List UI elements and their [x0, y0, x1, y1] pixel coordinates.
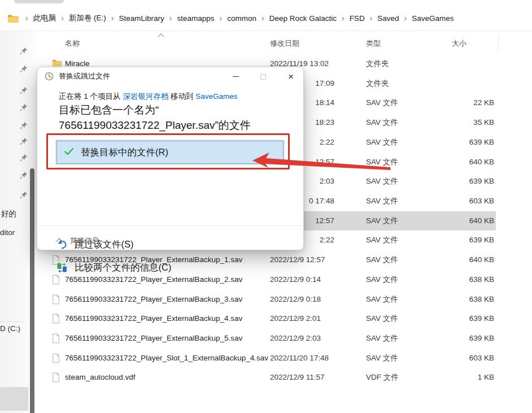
message-prefix: 正在将 1 个项目从	[59, 92, 121, 101]
dialog-titlebar: 替换或跳过文件 ×	[37, 67, 303, 85]
fewer-details-toggle[interactable]: 简略信息	[58, 236, 99, 246]
column-header-name[interactable]: 名称	[65, 38, 80, 49]
date-modified: 2022/12/9 2:01	[270, 309, 334, 329]
dialog-message: 正在将 1 个项目从 深岩银河存档 移动到 SaveGames	[59, 92, 238, 102]
file-name: 76561199033231722_Player_Slot_1_External…	[65, 349, 268, 368]
file-type: SAV 文件	[366, 231, 398, 250]
file-row[interactable]: 76561199033231722_Player_ExternalBackup_…	[50, 290, 496, 310]
breadcrumb-item[interactable]: SteamLibrary	[119, 14, 164, 23]
source-folder-link[interactable]: 深岩银河存档	[123, 92, 168, 101]
maximize-button[interactable]	[254, 70, 272, 83]
compare-files-option[interactable]: 比较两个文件的信息(C)	[56, 262, 171, 274]
column-header-size[interactable]: 大小	[452, 38, 466, 49]
pin-icon	[20, 47, 28, 55]
breadcrumb-separator-icon: ›	[261, 14, 264, 22]
destination-folder-link[interactable]: SaveGames	[195, 92, 237, 101]
breadcrumb-separator-icon: ›	[111, 14, 114, 22]
file-type: SAV 文件	[366, 211, 398, 231]
file-row[interactable]: 76561199033231722_Player_Slot_1_External…	[50, 349, 496, 368]
file-size: 603 KB	[432, 192, 494, 211]
conflict-text: 目标已包含一个名为“ 76561199033231722_Player.sav”…	[59, 102, 251, 133]
breadcrumb-item[interactable]: Saved	[377, 14, 399, 23]
file-size: 639 KB	[432, 231, 494, 250]
check-icon	[64, 147, 74, 158]
compare-files-icon	[56, 262, 68, 273]
sidebar-scrollbar[interactable]	[30, 168, 34, 413]
compare-option-label: 比较两个文件的信息(C)	[75, 262, 171, 274]
file-type: SAV 文件	[366, 270, 398, 290]
window-tab-fragment	[14, 0, 64, 3]
message-middle: 移动到	[171, 92, 194, 101]
conflict-line1: 目标已包含一个名为“	[59, 102, 251, 118]
file-row[interactable]: 76561199033231722_Player_ExternalBackup_…	[50, 329, 496, 349]
pin-icon	[20, 171, 28, 179]
file-size: 638 KB	[432, 270, 494, 290]
file-size: 22 KB	[432, 93, 494, 113]
file-type: 文件夹	[366, 54, 389, 74]
dialog-divider	[37, 225, 303, 226]
file-size: 640 KB	[432, 250, 494, 270]
breadcrumb-separator-icon: ›	[370, 14, 373, 22]
file-size	[432, 74, 494, 94]
sort-ascending-icon	[158, 33, 164, 40]
breadcrumb-item[interactable]: 新加卷 (E:)	[69, 13, 106, 23]
pin-icon	[20, 86, 28, 94]
file-type: 文件夹	[366, 74, 389, 94]
dialog-title: 替换或跳过文件	[59, 71, 110, 81]
file-size: 639 KB	[432, 133, 494, 153]
file-type: SAV 文件	[366, 250, 398, 270]
file-name: steam_autocloud.vdf	[65, 368, 136, 388]
file-type: SAV 文件	[366, 113, 398, 133]
file-type: SAV 文件	[366, 133, 398, 153]
date-modified: 2022/12/9 0:18	[270, 290, 334, 310]
column-header-modified[interactable]: 修改日期	[270, 38, 299, 49]
file-row[interactable]: steam_autocloud.vdf2022/12/9 11:57VDF 文件…	[50, 368, 496, 388]
pin-icon	[20, 191, 28, 199]
file-list-header: 名称 修改日期 类型 大小	[37, 31, 532, 54]
file-size: 640 KB	[432, 211, 494, 231]
file-icon	[52, 314, 62, 324]
file-operation-clock-icon	[45, 72, 54, 81]
file-size: 639 KB	[432, 309, 494, 329]
replace-file-option[interactable]: 替换目标中的文件(R)	[55, 140, 285, 165]
file-type: SAV 文件	[366, 349, 398, 368]
conflict-line2: 76561199033231722_Player.sav”的文件	[59, 118, 251, 133]
breadcrumb-item[interactable]: steamapps	[177, 14, 214, 23]
breadcrumb-item[interactable]: SaveGames	[412, 14, 453, 23]
file-icon	[52, 275, 62, 285]
current-folder-icon	[7, 14, 19, 23]
file-type: SAV 文件	[366, 309, 398, 329]
file-icon	[52, 333, 62, 344]
column-header-type[interactable]: 类型	[366, 38, 381, 49]
file-type: SAV 文件	[366, 153, 398, 172]
close-button[interactable]: ×	[282, 70, 300, 83]
date-modified: 2022/12/9 2:03	[270, 329, 334, 349]
breadcrumb-separator-icon: ›	[25, 14, 28, 22]
file-size: 640 KB	[432, 153, 494, 172]
file-size: 639 KB	[432, 329, 494, 349]
sidebar-divider	[0, 321, 24, 322]
breadcrumb-item[interactable]: Deep Rock Galactic	[269, 14, 337, 23]
sidebar-item-label[interactable]: 好的	[1, 209, 16, 219]
date-modified: 2022/12/9 11:57	[270, 368, 334, 388]
minimize-button[interactable]	[226, 70, 245, 83]
column-separator[interactable]	[498, 35, 499, 51]
breadcrumb: ›此电脑›新加卷 (E:)›SteamLibrary›steamapps›com…	[7, 13, 454, 23]
sidebar-item-label[interactable]: ditor	[0, 228, 15, 237]
pin-icon	[20, 121, 28, 129]
file-name: 76561199033231722_Player_ExternalBackup_…	[65, 309, 242, 329]
sidebar-item-drive-c[interactable]: D (C:)	[0, 324, 20, 333]
breadcrumb-item[interactable]: common	[227, 14, 256, 23]
breadcrumb-item[interactable]: 此电脑	[33, 13, 56, 23]
file-type: SAV 文件	[366, 93, 398, 113]
file-row[interactable]: 76561199033231722_Player_ExternalBackup_…	[50, 309, 496, 329]
breadcrumb-item[interactable]: FSD	[350, 14, 365, 23]
file-icon	[52, 353, 62, 364]
pin-icon	[20, 103, 28, 111]
sidebar-selected-item[interactable]	[0, 387, 28, 411]
file-type: SAV 文件	[366, 192, 398, 211]
file-size: 35 KB	[432, 113, 494, 133]
file-size	[432, 54, 494, 74]
file-size: 638 KB	[432, 290, 494, 310]
fewer-details-label: 简略信息	[70, 236, 99, 246]
